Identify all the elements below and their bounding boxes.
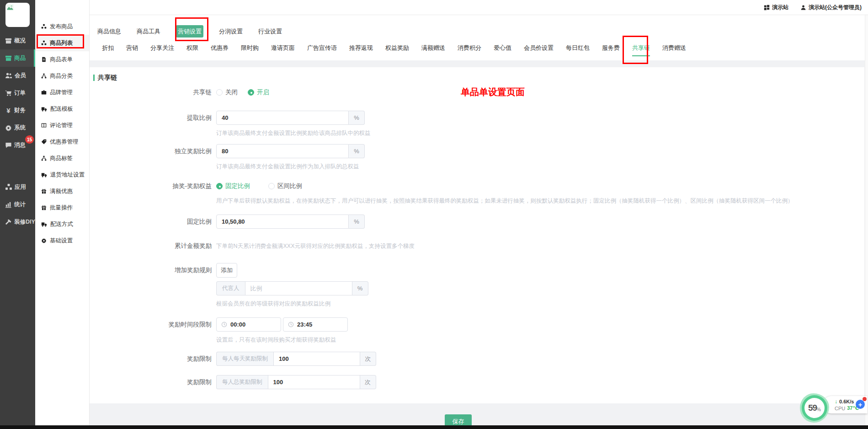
form-row-lottery-reward: 抽奖-奖励权益 固定比例 区间比例 <box>90 182 312 191</box>
annotation-note: 单品单设置页面 <box>461 86 525 98</box>
score-percent-sign: % <box>817 407 821 412</box>
menu-item-publish-goods[interactable]: 发布商品 <box>35 18 89 35</box>
subtab-consume-points[interactable]: 消费积分 <box>458 44 481 55</box>
subtab-daily-redpacket[interactable]: 每日红包 <box>566 44 590 55</box>
subtab-full-gift[interactable]: 满额赠送 <box>421 44 445 55</box>
sitemap-icon <box>41 73 47 79</box>
sidebar-item-label: 会员 <box>15 72 26 80</box>
menu-item-full-discount[interactable]: 满额优惠 <box>35 183 89 199</box>
menu-item-goods-form[interactable]: 商品表单 <box>35 51 89 68</box>
form-icon <box>41 57 47 62</box>
tab-goods-tools[interactable]: 商品工具 <box>137 25 160 38</box>
user-icon <box>800 5 806 11</box>
subtab-rights-reward[interactable]: 权益奖励 <box>385 44 409 55</box>
menu-item-coupon-manage[interactable]: 优惠券管理 <box>35 134 89 150</box>
menu-item-return-address[interactable]: 退货地址设置 <box>35 166 89 183</box>
add-rule-button[interactable]: 添加 <box>216 263 237 278</box>
subtab-share-chain[interactable]: 共享链 <box>632 44 650 56</box>
end-time-value: 23:45 <box>297 321 312 328</box>
menu-item-label: 退货地址设置 <box>50 171 85 179</box>
form-row-cumulative-reward: 累计金额奖励 下单前N天累计消费金额满XXX元获得对应的比例奖励权益，支持设置多… <box>90 242 415 250</box>
form-row-total-limit: 奖励限制 每人总奖励限制 次 <box>90 375 376 389</box>
radio-circle-icon <box>248 89 254 96</box>
gift-icon <box>41 205 47 210</box>
daily-limit-input[interactable] <box>273 352 360 366</box>
radio-share-on[interactable]: 开启 <box>248 88 269 97</box>
diy-icon <box>5 219 12 225</box>
site-switcher[interactable]: 演示站 <box>764 4 788 11</box>
ball-core: 59 % <box>804 398 825 418</box>
menu-item-label: 发布商品 <box>50 23 73 31</box>
tab-industry-settings[interactable]: 行业设置 <box>258 25 282 38</box>
field-label: 独立奖励比例 <box>90 147 216 156</box>
site-logo[interactable] <box>5 3 30 27</box>
radio-fixed-ratio[interactable]: 固定比例 <box>216 182 250 190</box>
form-row-share-toggle: 共享链 关闭 开启 <box>90 86 279 99</box>
menu-item-goods-category[interactable]: 商品分类 <box>35 68 89 84</box>
sidebar-item-messages[interactable]: 消息 15 <box>0 136 35 154</box>
radio-circle-icon <box>268 183 275 189</box>
subtab-recommend-cashback[interactable]: 推荐返现 <box>349 44 373 55</box>
sidebar-item-orders[interactable]: 订单 <box>0 84 35 102</box>
menu-item-delivery-method[interactable]: 配送方式 <box>35 216 89 232</box>
sidebar-item-stats[interactable]: 统计 <box>0 196 35 213</box>
subtab-marketing[interactable]: 营销 <box>126 44 138 55</box>
menu-item-goods-list[interactable]: 商品列表 <box>35 35 89 51</box>
radio-share-off[interactable]: 关闭 <box>216 88 238 97</box>
subtab-consume-gift[interactable]: 消费赠送 <box>662 44 686 55</box>
help-text: 用户下单后获得默认奖励权益，在待奖励状态下，用户可以进行抽奖，按照抽奖结果获得最… <box>216 197 793 205</box>
independent-ratio-input[interactable] <box>216 144 349 158</box>
tab-goods-info[interactable]: 商品信息 <box>97 25 121 38</box>
sidebar-item-members[interactable]: 会员 <box>0 67 35 84</box>
sidebar-item-decorate-diy[interactable]: 装修DIY <box>0 213 35 231</box>
unit-suffix: 次 <box>360 352 376 366</box>
subtab-share-follow[interactable]: 分享关注 <box>150 44 174 55</box>
sidebar-item-system[interactable]: 系统 <box>0 119 35 136</box>
menu-item-label: 商品列表 <box>50 39 73 47</box>
sidebar-item-goods[interactable]: 商品 <box>0 49 35 67</box>
tab-marketing-settings[interactable]: 营销设置 <box>176 25 203 38</box>
sidebar-item-finance[interactable]: ¥ 财务 <box>0 102 35 119</box>
extract-ratio-input[interactable] <box>216 111 349 125</box>
apps-icon <box>5 183 12 191</box>
subtab-discount[interactable]: 折扣 <box>102 44 114 55</box>
subtab-love-value[interactable]: 爱心值 <box>494 44 511 55</box>
subtab-member-price[interactable]: 会员价设置 <box>524 44 554 55</box>
scrollbar[interactable] <box>865 15 868 425</box>
subtab-invite-page[interactable]: 邀请页面 <box>271 44 295 55</box>
message-count-badge: 15 <box>25 135 34 144</box>
security-score-ball[interactable]: 59 % <box>800 393 829 423</box>
fixed-ratio-input[interactable] <box>216 214 349 229</box>
menu-item-label: 品牌管理 <box>50 89 73 97</box>
goods-icon <box>5 55 12 62</box>
plus-button[interactable]: + <box>856 400 865 409</box>
end-time-input[interactable]: 23:45 <box>283 317 348 332</box>
menu-item-basic-settings[interactable]: 基础设置 <box>35 232 89 249</box>
subtab-coupon[interactable]: 优惠券 <box>211 44 229 55</box>
total-limit-input[interactable] <box>268 375 360 389</box>
menu-item-delivery-template[interactable]: 配送模板 <box>35 101 89 117</box>
subtab-service-fee[interactable]: 服务费 <box>602 44 620 55</box>
agent-ratio-input[interactable] <box>245 281 352 295</box>
truck-icon <box>41 106 47 112</box>
menu-item-label: 配送模板 <box>50 105 73 113</box>
menu-item-comment-manage[interactable]: 评论管理 <box>35 117 89 134</box>
menu-item-brand-manage[interactable]: 品牌管理 <box>35 84 89 101</box>
unit-suffix: % <box>349 144 365 158</box>
start-time-input[interactable]: 00:00 <box>216 317 281 332</box>
subtab-permission[interactable]: 权限 <box>186 44 198 55</box>
subtab-flash-sale[interactable]: 限时购 <box>241 44 259 55</box>
radio-range-ratio[interactable]: 区间比例 <box>268 182 302 190</box>
menu-item-label: 商品分类 <box>50 72 73 80</box>
section-title-bar <box>93 75 95 81</box>
menu-item-goods-tag[interactable]: 商品标签 <box>35 150 89 166</box>
tab-profit-settings[interactable]: 分润设置 <box>219 25 243 38</box>
user-menu[interactable]: 演示站(公众号管理员) <box>800 4 862 11</box>
subtab-ad-slogan[interactable]: 广告宣传语 <box>307 44 337 55</box>
sidebar-item-apps[interactable]: 应用 <box>0 178 35 196</box>
sidebar-item-overview[interactable]: 概况 <box>0 32 35 49</box>
members-icon <box>5 72 12 79</box>
menu-item-batch-operation[interactable]: 批量操作 <box>35 199 89 216</box>
sidebar-item-label: 统计 <box>14 201 26 209</box>
radio-circle-icon <box>216 89 223 96</box>
